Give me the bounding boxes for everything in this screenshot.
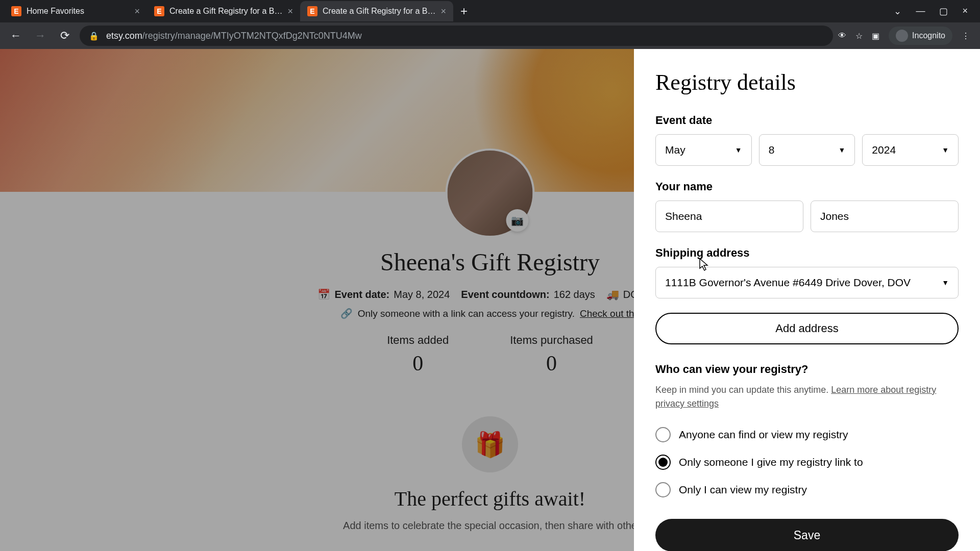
your-name-label: Your name xyxy=(655,180,959,193)
privacy-radio-only-me[interactable]: Only I can view my registry xyxy=(655,476,959,504)
minimize-icon[interactable]: — xyxy=(916,6,925,17)
close-tab-icon[interactable]: × xyxy=(287,6,293,17)
etsy-favicon: E xyxy=(154,6,164,16)
tab-title: Create a Gift Registry for a Birth xyxy=(323,7,435,16)
last-name-input[interactable]: Jones xyxy=(811,201,959,232)
forward-button[interactable]: → xyxy=(31,26,50,45)
event-date-label: Event date xyxy=(655,114,959,127)
menu-icon[interactable]: ⋮ xyxy=(962,31,970,41)
first-name-input[interactable]: Sheena xyxy=(655,201,803,232)
etsy-favicon: E xyxy=(11,6,21,16)
radio-icon xyxy=(655,427,671,442)
privacy-radio-link-only[interactable]: Only someone I give my registry link to xyxy=(655,448,959,476)
privacy-radio-anyone[interactable]: Anyone can find or view my registry xyxy=(655,421,959,448)
tab-title: Create a Gift Registry for a Birth xyxy=(169,7,282,16)
eye-off-icon[interactable]: 👁 xyxy=(838,31,846,40)
incognito-icon xyxy=(896,30,908,42)
browser-tab[interactable]: E Create a Gift Registry for a Birth × xyxy=(147,1,300,21)
shipping-address-label: Shipping address xyxy=(655,246,959,260)
maximize-icon[interactable]: ▢ xyxy=(939,6,948,17)
browser-tab-active[interactable]: E Create a Gift Registry for a Birth × xyxy=(300,1,453,21)
panel-icon[interactable]: ▣ xyxy=(872,31,879,41)
incognito-badge[interactable]: Incognito xyxy=(889,27,952,45)
radio-icon xyxy=(655,482,671,497)
page-content: 📷 Sheena's Gift Registry 📅 Event date: M… xyxy=(0,49,980,551)
browser-tab[interactable]: E Home Favorites × xyxy=(4,1,147,21)
close-window-icon[interactable]: × xyxy=(962,6,968,17)
caret-down-icon: ▼ xyxy=(942,146,949,154)
chevron-down-icon[interactable]: ⌄ xyxy=(894,6,901,17)
back-button[interactable]: ← xyxy=(6,26,26,45)
panel-title: Registry details xyxy=(655,69,959,95)
url-text: etsy.com/registry/manage/MTIyOTM2NTQxfDg… xyxy=(106,31,362,41)
reload-button[interactable]: ⟳ xyxy=(55,26,75,45)
new-tab-button[interactable]: + xyxy=(453,4,475,18)
window-controls: ⌄ — ▢ × xyxy=(894,6,976,17)
address-bar[interactable]: 🔒 etsy.com/registry/manage/MTIyOTM2NTQxf… xyxy=(80,26,833,46)
day-select[interactable]: 8 ▼ xyxy=(759,134,855,166)
year-select[interactable]: 2024 ▼ xyxy=(862,134,959,166)
add-address-button[interactable]: Add address xyxy=(655,313,959,344)
close-tab-icon[interactable]: × xyxy=(134,6,140,17)
privacy-hint: Keep in mind you can update this anytime… xyxy=(655,383,959,411)
radio-checked-icon xyxy=(655,455,671,470)
incognito-label: Incognito xyxy=(912,31,945,40)
registry-details-panel: × Registry details Event date May ▼ 8 ▼ … xyxy=(634,49,980,551)
browser-toolbar: ← → ⟳ 🔒 etsy.com/registry/manage/MTIyOTM… xyxy=(0,22,980,49)
caret-down-icon: ▼ xyxy=(838,146,845,154)
month-select[interactable]: May ▼ xyxy=(655,134,752,166)
close-tab-icon[interactable]: × xyxy=(440,6,446,17)
tab-title: Home Favorites xyxy=(27,7,129,16)
shipping-address-select[interactable]: 1111B Governor's Avenue #6449 Drive Dove… xyxy=(655,267,959,298)
star-icon[interactable]: ☆ xyxy=(855,31,863,41)
etsy-favicon: E xyxy=(307,6,317,16)
save-button[interactable]: Save xyxy=(655,519,959,551)
lock-icon: 🔒 xyxy=(89,31,99,41)
privacy-question-label: Who can view your registry? xyxy=(655,363,959,376)
tab-bar: E Home Favorites × E Create a Gift Regis… xyxy=(0,0,980,22)
caret-down-icon: ▼ xyxy=(942,279,949,287)
caret-down-icon: ▼ xyxy=(735,146,742,154)
